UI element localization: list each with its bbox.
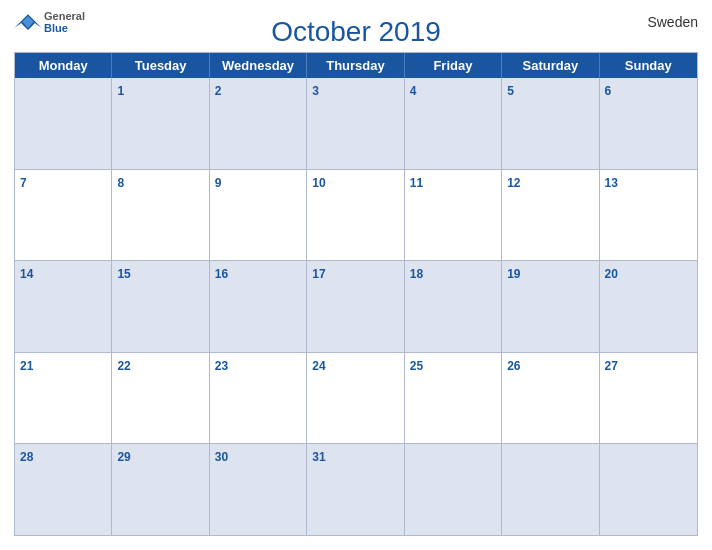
day-number: 8	[117, 176, 124, 190]
day-number: 3	[312, 84, 319, 98]
day-cell	[502, 444, 599, 535]
day-cell: 30	[210, 444, 307, 535]
day-cell: 27	[600, 353, 697, 444]
day-cell: 22	[112, 353, 209, 444]
day-cell: 18	[405, 261, 502, 352]
logo-bird-icon	[14, 12, 42, 32]
day-cell: 19	[502, 261, 599, 352]
country-label: Sweden	[647, 14, 698, 30]
day-number: 27	[605, 359, 618, 373]
day-number: 16	[215, 267, 228, 281]
day-number: 9	[215, 176, 222, 190]
day-cell: 9	[210, 170, 307, 261]
day-cell: 28	[15, 444, 112, 535]
day-cell: 15	[112, 261, 209, 352]
day-cell: 5	[502, 78, 599, 169]
day-number: 12	[507, 176, 520, 190]
day-number: 6	[605, 84, 612, 98]
day-header-sunday: Sunday	[600, 53, 697, 78]
day-number: 30	[215, 450, 228, 464]
day-number: 15	[117, 267, 130, 281]
week-row-3: 14151617181920	[15, 261, 697, 353]
weeks-container: 1234567891011121314151617181920212223242…	[15, 78, 697, 536]
day-cell	[15, 78, 112, 169]
day-headers-row: MondayTuesdayWednesdayThursdayFridaySatu…	[15, 53, 697, 78]
day-number: 5	[507, 84, 514, 98]
day-cell: 6	[600, 78, 697, 169]
day-number: 29	[117, 450, 130, 464]
calendar-header: General Blue October 2019 Sweden	[14, 10, 698, 52]
day-cell: 13	[600, 170, 697, 261]
day-cell: 8	[112, 170, 209, 261]
calendar-grid: MondayTuesdayWednesdayThursdayFridaySatu…	[14, 52, 698, 536]
day-number: 11	[410, 176, 423, 190]
day-cell: 3	[307, 78, 404, 169]
day-number: 19	[507, 267, 520, 281]
day-number: 18	[410, 267, 423, 281]
day-number: 24	[312, 359, 325, 373]
day-number: 1	[117, 84, 124, 98]
day-header-wednesday: Wednesday	[210, 53, 307, 78]
day-cell: 29	[112, 444, 209, 535]
day-number: 4	[410, 84, 417, 98]
day-number: 28	[20, 450, 33, 464]
day-cell: 20	[600, 261, 697, 352]
day-number: 17	[312, 267, 325, 281]
day-number: 31	[312, 450, 325, 464]
day-number: 13	[605, 176, 618, 190]
week-row-4: 21222324252627	[15, 353, 697, 445]
day-number: 20	[605, 267, 618, 281]
day-cell	[405, 444, 502, 535]
day-number: 14	[20, 267, 33, 281]
month-title: October 2019	[271, 16, 441, 48]
day-number: 2	[215, 84, 222, 98]
day-header-saturday: Saturday	[502, 53, 599, 78]
day-header-friday: Friday	[405, 53, 502, 78]
day-cell: 31	[307, 444, 404, 535]
day-cell: 4	[405, 78, 502, 169]
day-number: 22	[117, 359, 130, 373]
day-header-thursday: Thursday	[307, 53, 404, 78]
day-number: 21	[20, 359, 33, 373]
day-cell: 25	[405, 353, 502, 444]
day-cell: 16	[210, 261, 307, 352]
day-header-tuesday: Tuesday	[112, 53, 209, 78]
day-cell: 14	[15, 261, 112, 352]
day-number: 10	[312, 176, 325, 190]
day-number: 23	[215, 359, 228, 373]
day-header-monday: Monday	[15, 53, 112, 78]
logo-area: General Blue	[14, 10, 85, 34]
day-cell: 12	[502, 170, 599, 261]
day-cell: 23	[210, 353, 307, 444]
day-cell: 1	[112, 78, 209, 169]
day-number: 25	[410, 359, 423, 373]
day-number: 26	[507, 359, 520, 373]
day-cell	[600, 444, 697, 535]
day-cell: 2	[210, 78, 307, 169]
logo-texts: General Blue	[44, 10, 85, 34]
day-cell: 26	[502, 353, 599, 444]
calendar-wrapper: General Blue October 2019 Sweden MondayT…	[0, 0, 712, 550]
day-cell: 21	[15, 353, 112, 444]
week-row-1: 123456	[15, 78, 697, 170]
day-number: 7	[20, 176, 27, 190]
day-cell: 7	[15, 170, 112, 261]
day-cell: 17	[307, 261, 404, 352]
day-cell: 24	[307, 353, 404, 444]
week-row-2: 78910111213	[15, 170, 697, 262]
logo-general: General	[44, 10, 85, 22]
week-row-5: 28293031	[15, 444, 697, 536]
day-cell: 10	[307, 170, 404, 261]
logo-blue: Blue	[44, 22, 85, 34]
day-cell: 11	[405, 170, 502, 261]
